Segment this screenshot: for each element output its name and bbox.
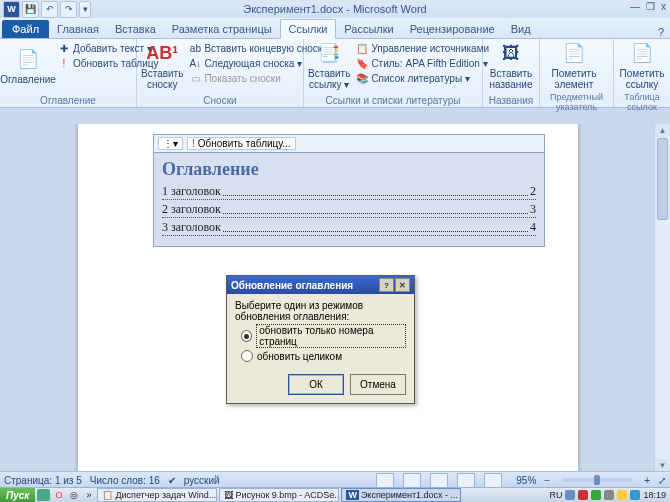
view-full-screen[interactable] (403, 473, 421, 488)
toc-button[interactable]: 📄 Оглавление (4, 41, 52, 91)
group-label-toa: Таблица ссылок (618, 91, 666, 113)
mark-index-entry-button[interactable]: 📄 Пометить элемент (544, 41, 604, 91)
taskbar-task[interactable]: 📋Диспетчер задач Wind... (97, 488, 217, 502)
mark-citation-icon: 📄 (630, 42, 654, 66)
taskbar-task-active[interactable]: WЭксперимент1.docx - ... (341, 488, 461, 502)
tab-file[interactable]: Файл (2, 20, 49, 38)
tab-home[interactable]: Главная (49, 20, 107, 38)
vertical-scrollbar[interactable]: ▲ ▼ (654, 124, 670, 472)
group-label-toc: Оглавление (4, 94, 132, 107)
status-word-count[interactable]: Число слов: 16 (90, 475, 160, 486)
window-title: Эксперимент1.docx - Microsoft Word (0, 3, 670, 15)
restore-button[interactable]: ❐ (646, 1, 655, 12)
ribbon-tabs: Файл Главная Вставка Разметка страницы С… (0, 18, 670, 39)
dialog-title: Обновление оглавления (231, 280, 353, 291)
ok-button[interactable]: ОК (288, 374, 344, 395)
view-outline[interactable] (457, 473, 475, 488)
toc-field[interactable]: ⋮▾ ! Обновить таблицу... Оглавление 1 за… (153, 134, 545, 247)
caption-icon: 🖼 (499, 42, 523, 66)
taskbar-task[interactable]: 🖼Рисунок 9.bmp - ACDSe... (219, 488, 339, 502)
minimize-button[interactable]: — (630, 1, 640, 12)
group-label-index: Предметный указатель (544, 91, 609, 113)
quicklaunch-opera[interactable]: O (52, 489, 65, 501)
status-bar: Страница: 1 из 5 Число слов: 16 ✔ русски… (0, 471, 670, 488)
cancel-button[interactable]: Отмена (350, 374, 406, 395)
zoom-slider[interactable] (562, 478, 632, 482)
quicklaunch-more[interactable]: » (82, 489, 95, 501)
manage-sources-button[interactable]: 📋Управление источниками (354, 41, 491, 55)
title-bar: W 💾 ↶ ↷ ▾ Эксперимент1.docx - Microsoft … (0, 0, 670, 18)
quicklaunch-chrome[interactable]: ◎ (67, 489, 80, 501)
toc-entry[interactable]: 3 заголовок4 (162, 220, 536, 236)
zoom-level[interactable]: 95% (516, 475, 536, 486)
start-button[interactable]: Пуск (0, 488, 35, 502)
qat-more-button[interactable]: ▾ (79, 1, 91, 18)
dialog-close-button[interactable]: ✕ (395, 278, 410, 292)
index-icon: 📄 (562, 42, 586, 66)
save-button[interactable]: 💾 (22, 1, 39, 18)
view-print-layout[interactable] (376, 473, 394, 488)
ribbon-help-icon[interactable]: ? (658, 26, 664, 38)
tray-icon[interactable] (630, 490, 640, 500)
word-icon[interactable]: W (3, 1, 20, 18)
tray-icon[interactable] (578, 490, 588, 500)
toc-icon: 📄 (16, 48, 40, 72)
footnote-icon: AB¹ (150, 42, 174, 66)
citation-style-select[interactable]: 🔖Стиль: APA Fifth Edition ▾ (354, 56, 491, 70)
status-language[interactable]: русский (184, 475, 220, 486)
bibliography-button[interactable]: 📚Список литературы ▾ (354, 71, 491, 85)
radio-update-entire[interactable] (241, 350, 253, 362)
radio-update-page-numbers[interactable] (241, 330, 252, 342)
tab-page-layout[interactable]: Разметка страницы (164, 20, 280, 38)
toc-entry[interactable]: 1 заголовок2 (162, 184, 536, 200)
zoom-full-button[interactable]: ⤢ (658, 475, 666, 486)
scroll-thumb[interactable] (657, 138, 668, 220)
view-web-layout[interactable] (430, 473, 448, 488)
undo-button[interactable]: ↶ (41, 1, 58, 18)
tab-references[interactable]: Ссылки (280, 19, 337, 39)
group-label-citations: Ссылки и списки литературы (308, 94, 478, 107)
tab-mailings[interactable]: Рассылки (336, 20, 401, 38)
proofing-icon[interactable]: ✔ (168, 475, 176, 486)
tray-lang[interactable]: RU (549, 490, 562, 500)
tab-review[interactable]: Рецензирование (402, 20, 503, 38)
tab-insert[interactable]: Вставка (107, 20, 164, 38)
scroll-up-icon[interactable]: ▲ (655, 124, 670, 137)
group-label-footnotes: Сноски (141, 94, 299, 107)
windows-taskbar: Пуск O ◎ » 📋Диспетчер задач Wind... 🖼Рис… (0, 487, 670, 502)
quick-access-toolbar: W 💾 ↶ ↷ ▾ (0, 1, 91, 18)
insert-footnote-button[interactable]: AB¹ Вставить сноску (141, 41, 183, 91)
toc-title: Оглавление (162, 159, 536, 180)
tray-icon[interactable] (617, 490, 627, 500)
group-label-captions: Названия (487, 94, 535, 107)
tray-icon[interactable] (591, 490, 601, 500)
tray-icon[interactable] (565, 490, 575, 500)
citation-icon: 📑 (317, 42, 341, 66)
insert-citation-button[interactable]: 📑 Вставить ссылку ▾ (308, 41, 350, 91)
dialog-help-button[interactable]: ? (379, 278, 394, 292)
tray-clock[interactable]: 18:19 (643, 490, 666, 500)
quicklaunch-desktop[interactable] (37, 489, 50, 501)
toc-entry[interactable]: 2 заголовок3 (162, 202, 536, 218)
status-page[interactable]: Страница: 1 из 5 (4, 475, 82, 486)
dialog-prompt: Выберите один из режимов обновления огла… (235, 300, 406, 322)
tray-icon[interactable] (604, 490, 614, 500)
tab-view[interactable]: Вид (503, 20, 539, 38)
view-draft[interactable] (484, 473, 502, 488)
zoom-out-button[interactable]: − (544, 475, 550, 486)
redo-button[interactable]: ↷ (60, 1, 77, 18)
insert-caption-button[interactable]: 🖼 Вставить название (487, 41, 535, 91)
radio-label-entire[interactable]: обновить целиком (257, 351, 342, 362)
close-button[interactable]: x (661, 1, 666, 12)
zoom-in-button[interactable]: + (644, 475, 650, 486)
radio-label-page-numbers[interactable]: обновить только номера страниц (256, 324, 406, 348)
toc-field-update-button[interactable]: ! Обновить таблицу... (187, 137, 296, 150)
toc-field-handle[interactable]: ⋮▾ (158, 137, 183, 150)
ribbon: 📄 Оглавление ✚Добавить текст ▾ !Обновить… (0, 39, 670, 108)
mark-citation-button[interactable]: 📄 Пометить ссылку (618, 41, 666, 91)
update-toc-dialog: Обновление оглавления ? ✕ Выберите один … (226, 275, 415, 404)
